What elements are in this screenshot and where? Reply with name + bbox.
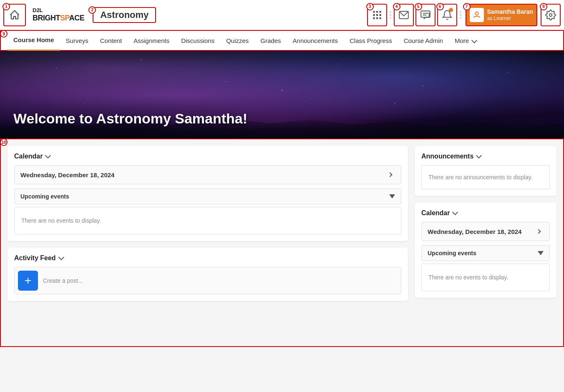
activity-feed-header: Activity Feed (14, 254, 401, 262)
announcements-chevron-icon[interactable] (476, 153, 482, 158)
user-name: Samantha Baran (487, 8, 533, 15)
svg-rect-6 (373, 17, 375, 19)
activity-feed-chevron-icon[interactable] (58, 254, 64, 260)
left-column: Calendar Wednesday, December 18, 2024 Up… (8, 146, 408, 339)
svg-rect-0 (373, 11, 375, 13)
svg-rect-4 (376, 14, 378, 15)
badge-8: 8 (540, 3, 547, 10)
badge-9: 9 (0, 30, 8, 38)
nav-announcements[interactable]: Announcements (287, 30, 344, 51)
activity-feed-title: Activity Feed (14, 254, 56, 262)
upcoming-events-row[interactable]: Upcoming events (14, 188, 401, 204)
nav-icons: 3 4 (367, 4, 561, 26)
calendar-title: Calendar (14, 153, 43, 160)
svg-rect-8 (379, 17, 381, 19)
no-announcements-text: There are no announcements to display. (428, 174, 533, 181)
main-content-area: 10 Calendar Wednesday, December 18, 2024… (0, 138, 564, 347)
user-profile-button[interactable]: Samantha Baran as Learner (466, 4, 537, 26)
user-role: as Learner (487, 15, 533, 22)
svg-rect-10 (421, 11, 430, 17)
settings-icon (545, 10, 556, 20)
create-post-row[interactable]: + Create a post... (14, 267, 401, 294)
logo: D2L BRIGHTSPACE (33, 7, 84, 23)
svg-rect-2 (379, 11, 381, 13)
badge-7: 7 (463, 3, 471, 10)
user-icon (472, 10, 481, 20)
badge-6: 6 (436, 3, 444, 10)
nav-quizzes[interactable]: Quizzes (220, 30, 254, 51)
nav-class-progress[interactable]: Class Progress (344, 30, 398, 51)
svg-rect-1 (376, 11, 378, 13)
separator-dots-2 (460, 11, 461, 19)
logo-text: D2L BRIGHTSPACE (33, 7, 84, 23)
badge-10: 10 (0, 138, 8, 146)
right-calendar-date: Wednesday, December 18, 2024 (428, 228, 521, 235)
secondary-navigation: 9 Course Home Surveys Content Assignment… (0, 30, 564, 51)
create-post-placeholder: Create a post... (43, 277, 83, 284)
svg-point-14 (549, 13, 552, 16)
grid-icon (372, 10, 383, 20)
nav-more[interactable]: More (449, 30, 482, 51)
badge-4: 4 (393, 3, 400, 10)
d2l-text: D2L (33, 7, 84, 14)
nav-discussions[interactable]: Discussions (175, 30, 220, 51)
calendar-next-button[interactable] (385, 170, 395, 180)
upcoming-events-label: Upcoming events (20, 193, 69, 200)
calendar-date: Wednesday, December 18, 2024 (20, 171, 114, 178)
separator-dots (390, 11, 391, 19)
right-calendar-widget-header: Calendar (421, 209, 550, 217)
announcements-title: Announcements (421, 153, 473, 160)
svg-rect-5 (379, 14, 381, 15)
more-chevron-icon (471, 38, 477, 43)
upcoming-events-chevron-icon[interactable] (389, 194, 395, 199)
announcements-widget: Announcements There are no announcements… (415, 146, 556, 196)
create-post-button[interactable]: + (18, 271, 38, 291)
activity-feed-widget: Activity Feed + Create a post... (8, 248, 408, 301)
right-calendar-title: Calendar (421, 209, 450, 217)
calendar-date-row[interactable]: Wednesday, December 18, 2024 (14, 165, 401, 184)
badge-5: 5 (415, 3, 422, 10)
right-column: Announcements There are no announcements… (415, 146, 556, 339)
hero-banner: Welcome to Astronomy Samantha! (0, 51, 564, 138)
email-icon (398, 10, 409, 20)
hero-welcome-text: Welcome to Astronomy Samantha! (13, 111, 247, 127)
avatar (470, 8, 484, 22)
right-calendar-date-row[interactable]: Wednesday, December 18, 2024 (421, 222, 550, 241)
badge-1: 1 (3, 3, 10, 10)
calendar-widget: Calendar Wednesday, December 18, 2024 Up… (8, 146, 408, 241)
arrow-right-icon (388, 172, 392, 177)
svg-point-13 (475, 12, 478, 15)
plus-icon: + (25, 275, 31, 286)
nav-grades[interactable]: Grades (254, 30, 287, 51)
no-announcements-box: There are no announcements to display. (421, 165, 550, 189)
badge-2: 2 (88, 6, 96, 14)
right-upcoming-events-label: Upcoming events (428, 250, 476, 256)
right-arrow-right-icon (536, 229, 541, 234)
brightspace-text: BRIGHTSPACE (33, 14, 84, 23)
right-upcoming-events-chevron-icon[interactable] (538, 251, 544, 255)
home-icon (9, 9, 20, 21)
no-events-text: There are no events to display. (21, 217, 101, 224)
nav-surveys[interactable]: Surveys (60, 30, 94, 51)
course-title[interactable]: Astronomy (93, 7, 156, 23)
right-no-events-text: There are no events to display. (428, 274, 508, 281)
no-events-box: There are no events to display. (14, 207, 401, 234)
nav-course-home[interactable]: Course Home (8, 30, 60, 51)
badge-3: 3 (366, 3, 374, 10)
right-calendar-widget: Calendar Wednesday, December 18, 2024 Up… (415, 203, 556, 298)
svg-rect-3 (373, 14, 375, 15)
chat-icon (420, 10, 431, 20)
top-navigation: 1 D2L BRIGHTSPACE 2 Astronomy 3 (0, 0, 564, 30)
nav-course-admin[interactable]: Course Admin (398, 30, 449, 51)
nav-content[interactable]: Content (94, 30, 128, 51)
calendar-chevron-icon[interactable] (45, 153, 51, 158)
svg-rect-7 (376, 17, 378, 19)
right-calendar-chevron-icon[interactable] (452, 209, 458, 215)
right-calendar-next-button[interactable] (534, 226, 544, 236)
right-upcoming-events-row[interactable]: Upcoming events (421, 245, 550, 261)
announcements-widget-header: Announcements (421, 153, 550, 160)
nav-assignments[interactable]: Assignments (128, 30, 175, 51)
right-no-events-box: There are no events to display. (421, 264, 550, 291)
notification-dot (449, 8, 453, 12)
calendar-widget-header: Calendar (14, 153, 401, 160)
